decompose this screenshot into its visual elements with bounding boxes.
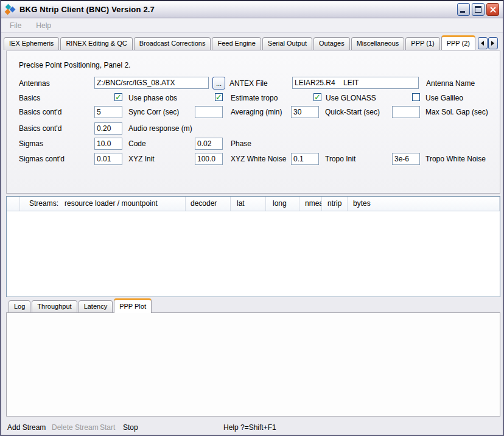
app-icon (5, 5, 16, 15)
menu-help[interactable]: Help (33, 20, 54, 31)
antex-file-label: ANTEX File (229, 79, 268, 88)
plot-tab-latency[interactable]: Latency (79, 300, 113, 313)
tab-scroll-right-button[interactable] (488, 37, 498, 49)
use-galileo-label: Use Galileo (425, 94, 463, 103)
plot-tab-throughput[interactable]: Throughput (32, 300, 77, 313)
sigma-phase-label: Phase (231, 139, 251, 149)
antennas-label: Antennas (19, 79, 50, 88)
header-col-4: long (266, 197, 299, 211)
use-glonass-label: Use GLONASS (326, 94, 376, 103)
help-shortcut-label: Help ?=Shift+F1 (223, 423, 276, 432)
tab-ppp-1[interactable]: PPP (1) (405, 37, 439, 50)
sync-corr-label: Sync Corr (sec) (128, 108, 179, 117)
audio-response-input[interactable] (94, 122, 122, 135)
basics-label: Basics (19, 94, 40, 103)
use-galileo-checkbox[interactable] (412, 93, 420, 101)
sync-corr-input[interactable] (94, 106, 122, 118)
use-phase-obs-label: Use phase obs (128, 94, 177, 103)
header-col-5: nmea (299, 197, 322, 211)
header-col-0 (7, 197, 20, 211)
xyz-white-noise-label: XYZ White Noise (231, 155, 286, 164)
window-title: BKG Ntrip Client (BNC) Version 2.7 (19, 5, 457, 14)
sigma-code-input[interactable] (94, 138, 122, 150)
header-col-1: Streams: resource loader / mountpoint (20, 197, 186, 211)
panel-title: Precise Point Positioning, Panel 2. (19, 61, 130, 70)
sigma-code-label: Code (128, 139, 146, 149)
tropo-init-input[interactable] (291, 153, 319, 165)
browse-antex-button[interactable]: ... (212, 77, 225, 90)
max-sol-gap-input[interactable] (392, 106, 420, 118)
plot-tab-bar: LogThroughputLatencyPPP Plot (9, 298, 502, 313)
start-button[interactable]: Start (100, 423, 115, 432)
close-button[interactable] (486, 3, 499, 16)
streams-header: Streams: resource loader / mountpointdec… (7, 197, 500, 211)
tab-ppp-2[interactable]: PPP (2) (441, 35, 475, 50)
stop-button[interactable]: Stop (123, 423, 138, 432)
sigma-phase-input[interactable] (195, 138, 223, 150)
averaging-input[interactable] (195, 106, 223, 118)
max-sol-gap-label: Max Sol. Gap (sec) (425, 108, 488, 117)
add-stream-button[interactable]: Add Stream (7, 423, 46, 432)
maximize-button[interactable] (472, 3, 485, 16)
estimate-tropo-checkbox[interactable]: ✓ (215, 93, 223, 101)
sigmas-label: Sigmas (19, 139, 43, 149)
minimize-button[interactable] (457, 3, 470, 16)
tab-serial-output[interactable]: Serial Output (262, 37, 312, 50)
tropo-init-label: Tropo Init (325, 155, 355, 164)
menu-file[interactable]: File (7, 20, 24, 31)
quick-start-label: Quick-Start (sec) (325, 108, 380, 117)
ppp-plot-pane (6, 312, 500, 417)
quick-start-input[interactable] (291, 106, 319, 118)
tab-miscellaneous[interactable]: Miscellaneous (351, 37, 405, 50)
main-tab-bar: IEX EphemerisRINEX Editing & QCBroadcast… (4, 36, 503, 50)
sigmas-contd-label: Sigmas cont'd (19, 155, 65, 164)
tab-iex-ephemeris[interactable]: IEX Ephemeris (4, 37, 59, 50)
basics-contd2-label: Basics cont'd (19, 124, 61, 133)
tropo-white-noise-input[interactable] (392, 153, 420, 165)
xyz-init-label: XYZ Init (128, 155, 155, 164)
delete-stream-button[interactable]: Delete Stream (52, 423, 99, 432)
xyz-white-noise-input[interactable] (195, 153, 223, 165)
header-col-2: decoder (186, 197, 231, 211)
ppp-plot-chart (7, 313, 500, 416)
averaging-label: Averaging (min) (231, 108, 282, 117)
tab-scroll-left-button[interactable] (478, 37, 488, 49)
title-bar[interactable]: BKG Ntrip Client (BNC) Version 2.7 (1, 1, 503, 18)
header-col-7: bytes (348, 197, 500, 211)
tab-outages[interactable]: Outages (313, 37, 350, 50)
tab-feed-engine[interactable]: Feed Engine (212, 37, 261, 50)
maximize-icon (475, 6, 481, 13)
audio-response-label: Audio response (m) (128, 124, 192, 133)
antex-path-input[interactable] (94, 77, 209, 89)
plot-tab-ppp-plot[interactable]: PPP Plot (114, 298, 152, 313)
basics-contd-label: Basics cont'd (19, 108, 61, 117)
tab-rinex-editing-qc[interactable]: RINEX Editing & QC (60, 37, 132, 50)
tropo-white-noise-label: Tropo White Noise (425, 155, 486, 164)
right-arrow-icon (491, 41, 494, 46)
ppp2-panel: Precise Point Positioning, Panel 2. Ante… (6, 51, 500, 194)
xyz-init-input[interactable] (94, 153, 122, 165)
streams-table: Streams: resource loader / mountpointdec… (6, 196, 500, 297)
header-col-6: ntrip (322, 197, 348, 211)
use-phase-obs-checkbox[interactable]: ✓ (114, 93, 122, 101)
menu-bar: File Help (1, 19, 503, 33)
plot-tab-log[interactable]: Log (9, 300, 30, 313)
left-arrow-icon (481, 41, 484, 46)
antenna-name-input[interactable] (292, 77, 419, 89)
footer-bar: Add Stream Delete Stream Start Stop Help… (1, 418, 503, 435)
antenna-name-label: Antenna Name (426, 79, 475, 88)
use-glonass-checkbox[interactable]: ✓ (313, 93, 321, 101)
minimize-icon (460, 11, 465, 13)
header-col-3: lat (231, 197, 266, 211)
estimate-tropo-label: Estimate tropo (231, 94, 278, 103)
app-window: BKG Ntrip Client (BNC) Version 2.7 File … (0, 0, 504, 436)
tab-broadcast-corrections[interactable]: Broadcast Corrections (134, 37, 211, 50)
